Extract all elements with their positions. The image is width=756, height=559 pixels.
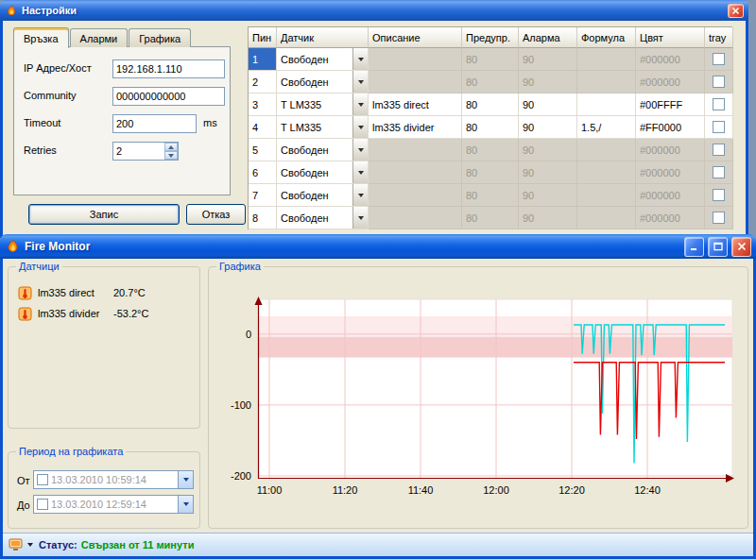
column-header[interactable]: Описание bbox=[369, 27, 462, 48]
pin-cell[interactable]: 1 bbox=[249, 48, 277, 71]
column-header[interactable]: Датчик bbox=[277, 27, 369, 48]
status-dropdown-icon[interactable] bbox=[27, 543, 33, 547]
close-button[interactable] bbox=[731, 237, 751, 257]
timeout-unit-label: ms bbox=[203, 117, 217, 128]
sensor-type-dropdown[interactable]: Свободен bbox=[277, 139, 369, 161]
column-header[interactable]: Пин bbox=[249, 27, 277, 48]
warning-cell[interactable]: 80 bbox=[462, 116, 519, 139]
period-group-title: Период на графиката bbox=[16, 446, 126, 457]
community-label: Community bbox=[24, 90, 77, 101]
column-header[interactable]: Формула bbox=[577, 27, 636, 48]
dropdown-arrow-icon[interactable] bbox=[352, 139, 368, 161]
table-row: 4T LM335lm335 divider80901.5,/#FF0000 bbox=[249, 116, 732, 139]
sensors-group: Датчици lm335 direct20.7°Clm335 divider-… bbox=[8, 266, 200, 429]
tab-connection[interactable]: Връзка bbox=[13, 27, 69, 48]
pin-cell[interactable]: 5 bbox=[249, 139, 277, 161]
thermometer-icon bbox=[18, 286, 32, 300]
table-row: 2Свободен8090#000000 bbox=[249, 71, 732, 93]
dropdown-arrow-icon[interactable] bbox=[352, 116, 368, 138]
settings-close-button[interactable] bbox=[728, 4, 744, 18]
tray-checkbox[interactable] bbox=[713, 121, 725, 133]
settings-titlebar[interactable]: Настройки bbox=[0, 0, 748, 21]
alarm-cell: 90 bbox=[519, 139, 577, 161]
column-header[interactable]: Предупр. bbox=[462, 27, 519, 48]
warning-cell: 80 bbox=[462, 48, 519, 71]
tray-checkbox[interactable] bbox=[713, 76, 725, 88]
maximize-button[interactable] bbox=[708, 237, 728, 257]
column-header[interactable]: tray bbox=[705, 27, 733, 48]
sensors-group-title: Датчици bbox=[16, 261, 62, 272]
community-input[interactable] bbox=[112, 87, 225, 106]
period-from-label: От bbox=[17, 475, 30, 486]
save-button[interactable]: Запис bbox=[28, 204, 180, 225]
tab-graphics[interactable]: Графика bbox=[129, 28, 191, 47]
cancel-button[interactable]: Отказ bbox=[186, 204, 246, 225]
timeout-input[interactable] bbox=[112, 114, 197, 133]
pin-cell[interactable]: 3 bbox=[249, 93, 277, 116]
pin-cell[interactable]: 8 bbox=[249, 207, 277, 229]
color-cell: #000000 bbox=[636, 71, 705, 93]
alarm-cell[interactable]: 90 bbox=[519, 93, 577, 116]
settings-window-body: Връзка Аларми Графика IP Адрес/Хост Comm… bbox=[0, 21, 748, 238]
dropdown-arrow-icon[interactable] bbox=[178, 471, 193, 488]
sensor-type-dropdown[interactable]: Свободен bbox=[277, 71, 369, 93]
sensor-name: lm335 direct bbox=[38, 287, 100, 298]
status-bar: Статус: Свързан от 11 минути bbox=[3, 533, 753, 556]
column-header[interactable]: Аларма bbox=[519, 27, 577, 48]
spin-up-icon[interactable] bbox=[164, 143, 178, 151]
dropdown-arrow-icon[interactable] bbox=[352, 207, 368, 229]
column-header[interactable]: Цвят bbox=[636, 27, 705, 48]
sensor-type-dropdown[interactable]: Свободен bbox=[277, 48, 369, 71]
period-to-checkbox[interactable] bbox=[37, 499, 48, 510]
tray-checkbox[interactable] bbox=[713, 212, 725, 224]
pin-cell[interactable]: 7 bbox=[249, 184, 277, 207]
tray-cell bbox=[705, 207, 733, 229]
chart-group: Графика 0-100-20011:0011:2011:4012:0012:… bbox=[208, 266, 748, 529]
sensor-type-dropdown[interactable]: T LM335 bbox=[277, 93, 369, 116]
pin-cell[interactable]: 2 bbox=[249, 71, 277, 93]
color-cell[interactable]: #FF0000 bbox=[636, 116, 705, 139]
minimize-button[interactable] bbox=[684, 237, 704, 257]
formula-cell bbox=[577, 139, 636, 161]
status-menu-icon[interactable] bbox=[9, 538, 24, 551]
pin-cell[interactable]: 4 bbox=[249, 116, 277, 139]
formula-cell[interactable]: 1.5,/ bbox=[577, 116, 636, 139]
spin-down-icon[interactable] bbox=[164, 151, 178, 160]
alarm-cell: 90 bbox=[519, 207, 577, 229]
warning-cell[interactable]: 80 bbox=[462, 93, 519, 116]
sensor-type-dropdown[interactable]: Свободен bbox=[277, 184, 369, 207]
dropdown-arrow-icon[interactable] bbox=[352, 93, 368, 115]
tray-checkbox[interactable] bbox=[713, 144, 725, 156]
formula-cell[interactable] bbox=[577, 93, 636, 116]
tray-checkbox[interactable] bbox=[713, 98, 725, 110]
period-from-picker[interactable]: 13.03.2010 10:59:14 bbox=[33, 470, 194, 489]
tray-checkbox[interactable] bbox=[713, 53, 725, 65]
tray-checkbox[interactable] bbox=[713, 189, 725, 201]
dropdown-arrow-icon[interactable] bbox=[352, 48, 368, 70]
description-cell[interactable]: lm335 divider bbox=[369, 116, 462, 139]
dropdown-arrow-icon[interactable] bbox=[352, 161, 368, 183]
sensor-type-dropdown[interactable]: T LM335 bbox=[277, 116, 369, 139]
dropdown-arrow-icon[interactable] bbox=[352, 71, 368, 93]
dropdown-arrow-icon[interactable] bbox=[178, 496, 193, 513]
description-cell bbox=[369, 139, 462, 161]
fire-titlebar[interactable]: Fire Monitor bbox=[0, 234, 756, 259]
warning-cell: 80 bbox=[462, 184, 519, 207]
svg-text:-200: -200 bbox=[231, 470, 251, 482]
pins-table-header: ПинДатчикОписаниеПредупр.АлармаФормулаЦв… bbox=[249, 27, 732, 48]
ip-input[interactable] bbox=[112, 59, 225, 78]
sensor-type-value: T LM335 bbox=[277, 99, 352, 110]
tab-alarms[interactable]: Аларми bbox=[70, 28, 129, 47]
sensor-type-dropdown[interactable]: Свободен bbox=[277, 161, 369, 184]
tray-checkbox[interactable] bbox=[713, 166, 725, 178]
chart-svg: 0-100-20011:0011:2011:4012:0012:2012:40 bbox=[220, 292, 746, 505]
alarm-cell[interactable]: 90 bbox=[519, 116, 577, 139]
sensor-type-dropdown[interactable]: Свободен bbox=[277, 207, 369, 229]
dropdown-arrow-icon[interactable] bbox=[352, 184, 368, 206]
color-cell[interactable]: #00FFFF bbox=[636, 93, 705, 116]
description-cell[interactable]: lm335 direct bbox=[369, 93, 462, 116]
pin-cell[interactable]: 6 bbox=[249, 161, 277, 184]
period-from-checkbox[interactable] bbox=[37, 474, 48, 485]
period-to-picker[interactable]: 13.03.2010 12:59:14 bbox=[33, 495, 194, 514]
warning-cell: 80 bbox=[462, 71, 519, 93]
